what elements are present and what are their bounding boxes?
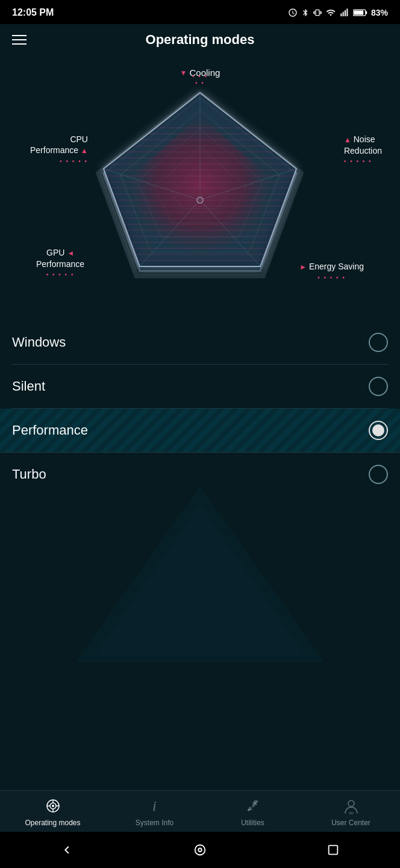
mode-item-performance[interactable]: Performance <box>0 409 400 453</box>
nav-item-utilities[interactable]: Utilities <box>229 797 277 827</box>
svg-rect-54 <box>349 812 354 814</box>
svg-point-56 <box>198 848 202 852</box>
svg-rect-2 <box>345 10 346 16</box>
status-icons: 83% <box>288 8 388 17</box>
label-noise-reduction: ▲ Noise Reduction • • • • • <box>344 134 382 165</box>
bottom-nav: Operating modes i System Info Utilities <box>0 790 400 832</box>
utilities-icon <box>244 797 262 815</box>
alarm-icon <box>288 8 298 17</box>
main-content: ▼ Cooling • • • • • CPU Performance ▲ • … <box>0 61 400 785</box>
app-header: Operating modes <box>0 24 400 55</box>
system-info-icon: i <box>146 797 164 815</box>
radar-labels: ▼ Cooling • • • • • CPU Performance ▲ • … <box>0 61 400 315</box>
battery-percent: 83% <box>371 8 388 17</box>
svg-point-55 <box>195 845 205 855</box>
page-title: Operating modes <box>146 32 255 48</box>
bluetooth-icon <box>301 8 310 17</box>
mode-label-performance: Performance <box>12 423 88 438</box>
svg-marker-47 <box>95 505 305 656</box>
mode-label-turbo: Turbo <box>12 467 46 482</box>
label-cpu-performance: CPU Performance ▲ • • • • • <box>30 134 88 165</box>
svg-point-53 <box>348 800 354 807</box>
svg-rect-57 <box>329 846 338 855</box>
nav-item-operating-modes[interactable]: Operating modes <box>25 797 80 827</box>
svg-text:i: i <box>152 798 157 814</box>
nav-label-user-center: User Center <box>331 819 370 827</box>
status-time: 12:05 PM <box>12 7 54 18</box>
system-nav-bar <box>0 832 400 868</box>
radar-chart-section: ▼ Cooling • • • • • CPU Performance ▲ • … <box>0 61 400 315</box>
label-gpu-performance: GPU ◄ Performance • • • • • <box>36 247 84 278</box>
svg-rect-5 <box>366 11 367 14</box>
mode-item-turbo[interactable]: Turbo <box>12 453 388 496</box>
svg-point-50 <box>52 805 54 807</box>
radio-performance[interactable] <box>369 421 388 440</box>
mode-item-silent[interactable]: Silent <box>12 365 388 409</box>
mode-label-silent: Silent <box>12 379 45 394</box>
nav-item-user-center[interactable]: User Center <box>327 797 375 827</box>
wifi-icon <box>325 8 336 17</box>
home-button[interactable] <box>185 838 215 862</box>
battery-icon <box>353 8 367 17</box>
operating-modes-icon <box>44 797 62 815</box>
svg-rect-6 <box>354 10 363 14</box>
signal-icon <box>340 8 349 17</box>
vibrate-icon <box>313 8 322 17</box>
bg-decoration <box>64 481 336 676</box>
svg-rect-0 <box>340 13 342 16</box>
nav-label-utilities: Utilities <box>241 819 264 827</box>
menu-button[interactable] <box>12 35 27 45</box>
mode-label-windows: Windows <box>12 335 66 350</box>
svg-rect-3 <box>346 8 348 16</box>
user-center-icon <box>342 797 360 815</box>
status-bar: 12:05 PM 83% <box>0 0 400 24</box>
nav-label-system-info: System Info <box>136 819 173 827</box>
svg-marker-46 <box>77 487 323 662</box>
nav-label-operating-modes: Operating modes <box>25 819 80 827</box>
back-button[interactable] <box>52 838 82 862</box>
svg-point-52 <box>248 808 251 811</box>
svg-rect-1 <box>343 12 344 16</box>
radio-silent[interactable] <box>369 377 388 396</box>
recent-button[interactable] <box>318 838 348 862</box>
label-cooling: ▼ Cooling • • • • • <box>180 68 220 78</box>
mode-item-windows[interactable]: Windows <box>12 321 388 365</box>
label-energy-saving: ► Energy Saving • • • • • <box>299 261 364 281</box>
nav-item-system-info[interactable]: i System Info <box>131 797 179 827</box>
radio-windows[interactable] <box>369 333 388 352</box>
modes-list: Windows Silent Performance Turbo <box>0 321 400 496</box>
radio-turbo[interactable] <box>369 465 388 484</box>
